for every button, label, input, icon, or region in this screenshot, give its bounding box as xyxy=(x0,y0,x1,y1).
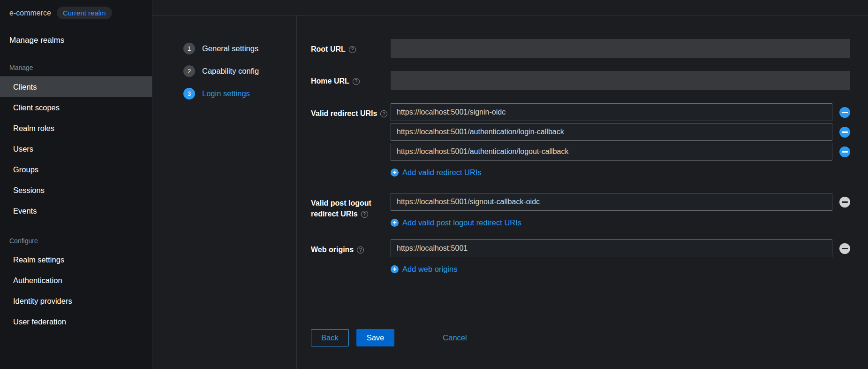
step-label: Capability config xyxy=(202,67,259,76)
sidebar-item-identity-providers[interactable]: Identity providers xyxy=(0,291,152,311)
sidebar-item-clients[interactable]: Clients xyxy=(0,77,152,97)
valid-redirect-uris-label: Valid redirect URIs? xyxy=(311,103,391,119)
sidebar-item-events[interactable]: Events xyxy=(0,200,152,221)
post-logout-uri-row xyxy=(391,193,850,211)
plus-circle-icon: + xyxy=(391,169,399,177)
nav-list-manage: Clients Client scopes Realm roles Users … xyxy=(0,76,152,221)
plus-circle-icon: + xyxy=(391,265,399,273)
step-label: General settings xyxy=(202,44,258,53)
home-url-control xyxy=(391,71,850,90)
remove-web-origin-button-1[interactable] xyxy=(839,243,850,254)
step-number-circle: 3 xyxy=(183,88,195,100)
cancel-button[interactable]: Cancel xyxy=(433,329,476,346)
remove-redirect-uri-button-3[interactable] xyxy=(839,146,850,157)
sidebar-item-users[interactable]: Users xyxy=(0,138,152,159)
step-label: Login settings xyxy=(202,89,250,98)
sidebar-item-authentication[interactable]: Authentication xyxy=(0,270,152,291)
sidebar-header: e-commerce Current realm xyxy=(0,0,152,26)
sidebar-item-manage-realms[interactable]: Manage realms xyxy=(0,26,152,55)
help-icon[interactable]: ? xyxy=(349,46,356,53)
redirect-uri-input-1[interactable] xyxy=(391,103,832,121)
nav-section-manage: Manage Clients Client scopes Realm roles… xyxy=(0,55,152,221)
main-body: 1 General settings 2 Capability config 3… xyxy=(152,15,868,369)
section-label-manage: Manage xyxy=(0,55,152,76)
main-area: 1 General settings 2 Capability config 3… xyxy=(152,0,868,369)
form-row-web-origins: Web origins? + Add web origins xyxy=(311,239,850,274)
help-icon[interactable]: ? xyxy=(357,246,364,254)
add-web-origins-link[interactable]: + Add web origins xyxy=(391,265,457,274)
valid-redirect-uris-control: + Add valid redirect URIs xyxy=(391,103,850,177)
sidebar-item-client-scopes[interactable]: Client scopes xyxy=(0,97,152,118)
home-url-label-text: Home URL xyxy=(311,77,349,85)
web-origin-input-1[interactable] xyxy=(391,239,832,257)
post-logout-uri-input-1[interactable] xyxy=(391,193,832,211)
add-web-origins-label: Add web origins xyxy=(402,265,457,274)
remove-redirect-uri-button-1[interactable] xyxy=(839,107,850,118)
step-number-circle: 1 xyxy=(183,43,195,54)
login-settings-form: Root URL? Home URL? Vali xyxy=(297,15,868,369)
redirect-uri-input-3[interactable] xyxy=(391,143,832,161)
root-url-control xyxy=(391,39,850,58)
root-url-input[interactable] xyxy=(391,39,850,58)
home-url-input[interactable] xyxy=(391,71,850,90)
home-url-label: Home URL? xyxy=(311,71,391,86)
valid-redirect-uris-label-text: Valid redirect URIs xyxy=(311,109,377,117)
web-origin-row xyxy=(391,239,850,257)
add-valid-redirect-uris-label: Add valid redirect URIs xyxy=(402,168,482,177)
sidebar-item-groups[interactable]: Groups xyxy=(0,159,152,180)
valid-post-logout-label: Valid post logout redirect URIs? xyxy=(311,193,391,219)
back-button[interactable]: Back xyxy=(311,329,349,346)
wizard-step-capability-config[interactable]: 2 Capability config xyxy=(183,65,296,77)
plus-circle-icon: + xyxy=(391,219,399,227)
remove-post-logout-uri-button-1[interactable] xyxy=(839,197,850,208)
web-origins-label-text: Web origins xyxy=(311,246,354,254)
redirect-uri-row xyxy=(391,143,850,161)
sidebar-item-sessions[interactable]: Sessions xyxy=(0,180,152,200)
redirect-uri-row xyxy=(391,123,850,141)
add-valid-post-logout-label: Add valid post logout redirect URIs xyxy=(402,218,521,227)
section-label-configure: Configure xyxy=(0,229,152,249)
redirect-uri-row xyxy=(391,103,850,121)
current-realm-badge[interactable]: Current realm xyxy=(57,7,112,19)
save-button[interactable]: Save xyxy=(356,329,395,346)
form-row-valid-redirect-uris: Valid redirect URIs? xyxy=(311,103,850,177)
app: e-commerce Current realm Manage realms M… xyxy=(0,0,868,369)
web-origins-control: + Add web origins xyxy=(391,239,850,274)
sidebar-item-realm-roles[interactable]: Realm roles xyxy=(0,118,152,138)
step-number-circle: 2 xyxy=(183,65,195,77)
valid-post-logout-control: + Add valid post logout redirect URIs xyxy=(391,193,850,227)
root-url-label: Root URL? xyxy=(311,39,391,54)
web-origins-label: Web origins? xyxy=(311,239,391,255)
add-valid-post-logout-redirect-uris-link[interactable]: + Add valid post logout redirect URIs xyxy=(391,218,521,227)
main-top-strip xyxy=(152,0,868,15)
form-row-valid-post-logout-redirect-uris: Valid post logout redirect URIs? + Add v… xyxy=(311,193,850,227)
sidebar: e-commerce Current realm Manage realms M… xyxy=(0,0,152,369)
remove-redirect-uri-button-2[interactable] xyxy=(839,127,850,138)
form-actions: Back Save Cancel xyxy=(311,329,850,346)
help-icon[interactable]: ? xyxy=(353,78,360,85)
wizard-step-login-settings[interactable]: 3 Login settings xyxy=(183,88,296,100)
root-url-label-text: Root URL xyxy=(311,45,346,53)
wizard-step-general-settings[interactable]: 1 General settings xyxy=(183,43,296,54)
nav-section-configure: Configure Realm settings Authentication … xyxy=(0,229,152,332)
redirect-uri-input-2[interactable] xyxy=(391,123,832,141)
nav-list-configure: Realm settings Authentication Identity p… xyxy=(0,249,152,332)
wizard-steps: 1 General settings 2 Capability config 3… xyxy=(152,15,297,369)
help-icon[interactable]: ? xyxy=(361,211,368,218)
realm-name: e-commerce xyxy=(9,9,51,17)
help-icon[interactable]: ? xyxy=(380,110,387,117)
form-row-home-url: Home URL? xyxy=(311,71,850,90)
sidebar-item-user-federation[interactable]: User federation xyxy=(0,311,152,332)
add-valid-redirect-uris-link[interactable]: + Add valid redirect URIs xyxy=(391,168,482,177)
form-row-root-url: Root URL? xyxy=(311,39,850,58)
sidebar-item-realm-settings[interactable]: Realm settings xyxy=(0,249,152,270)
